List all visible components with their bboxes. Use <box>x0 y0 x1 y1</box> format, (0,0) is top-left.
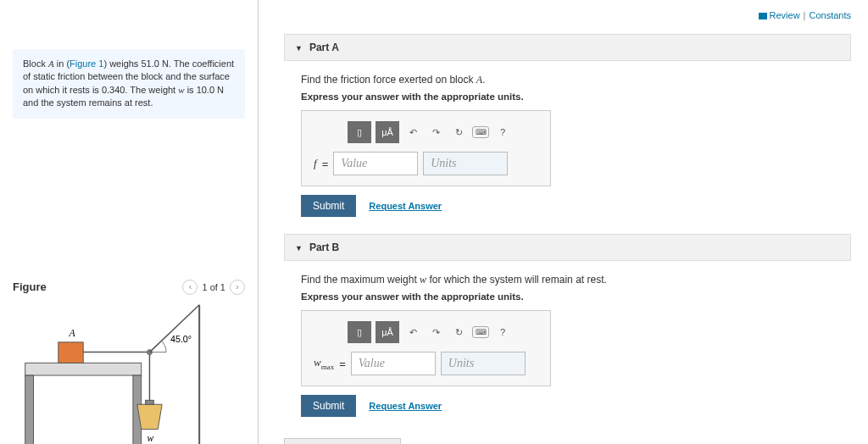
part-b-request-answer-link[interactable]: Request Answer <box>369 401 442 411</box>
part-b-header[interactable]: Part B <box>284 234 851 261</box>
prompt-text: in ( <box>54 58 70 69</box>
part-b-submit-button[interactable]: Submit <box>301 395 356 417</box>
figure-diagram: A 45.0° w <box>13 303 245 444</box>
undo-button[interactable]: ↶ <box>403 121 422 143</box>
keyboard-button[interactable]: ⌨ <box>472 326 489 338</box>
part-b-units-input[interactable]: Units <box>441 352 526 375</box>
part-b-variable: wmax <box>314 356 334 371</box>
redo-button[interactable]: ↷ <box>426 321 445 343</box>
top-links: Review|Constants <box>759 10 851 20</box>
reset-button[interactable]: ↻ <box>449 121 468 143</box>
svg-text:A: A <box>69 328 76 339</box>
figure-link[interactable]: Figure 1 <box>70 58 103 69</box>
redo-button[interactable]: ↷ <box>426 121 445 143</box>
svg-text:w: w <box>147 433 154 444</box>
review-icon <box>759 13 767 19</box>
help-button[interactable]: ? <box>493 121 512 143</box>
svg-rect-12 <box>146 400 154 404</box>
svg-rect-3 <box>58 341 83 362</box>
symbols-button[interactable]: μÅ <box>376 121 399 143</box>
svg-line-7 <box>149 304 199 352</box>
part-a-units-input[interactable]: Units <box>423 152 508 175</box>
symbols-button[interactable]: μÅ <box>376 321 399 343</box>
reset-button[interactable]: ↻ <box>449 321 468 343</box>
part-a-input-panel: ▯ μÅ ↶ ↷ ↻ ⌨ ? f = Value Units <box>301 110 551 186</box>
part-a-request-answer-link[interactable]: Request Answer <box>369 201 442 211</box>
keyboard-button[interactable]: ⌨ <box>472 126 489 138</box>
equals-sign: = <box>339 358 346 370</box>
part-a-question: Find the friction force exerted on block… <box>301 74 834 86</box>
prompt-text: Block <box>23 58 48 69</box>
return-to-assignment-button[interactable]: Return to Assignment <box>284 438 401 444</box>
block-A-label: A <box>48 58 54 69</box>
help-button[interactable]: ? <box>493 321 512 343</box>
part-a-header[interactable]: Part A <box>284 34 851 61</box>
pager-label: 1 of 1 <box>202 282 225 292</box>
equals-sign: = <box>322 158 329 170</box>
part-a-variable: f <box>314 157 317 170</box>
svg-rect-0 <box>25 363 142 375</box>
part-b-value-input[interactable]: Value <box>351 352 436 375</box>
next-figure-button[interactable]: › <box>230 280 245 295</box>
review-link[interactable]: Review <box>770 10 800 20</box>
templates-button[interactable]: ▯ <box>348 321 371 343</box>
part-a-toolbar: ▯ μÅ ↶ ↷ ↻ ⌨ ? <box>314 121 538 143</box>
part-a-value-input[interactable]: Value <box>333 152 418 175</box>
figure-title: Figure <box>13 280 47 293</box>
weight-w-label: w <box>178 85 184 95</box>
templates-button[interactable]: ▯ <box>348 121 371 143</box>
undo-button[interactable]: ↶ <box>403 321 422 343</box>
prev-figure-button[interactable]: ‹ <box>182 280 198 295</box>
part-a-title: Part A <box>309 42 339 53</box>
figure-pager: ‹ 1 of 1 › <box>182 280 245 295</box>
svg-rect-1 <box>25 375 34 444</box>
part-b-toolbar: ▯ μÅ ↶ ↷ ↻ ⌨ ? <box>314 321 538 343</box>
part-a-instruction: Express your answer with the appropriate… <box>301 92 834 102</box>
part-b-title: Part B <box>309 241 339 253</box>
part-b-input-panel: ▯ μÅ ↶ ↷ ↻ ⌨ ? wmax = Value Units <box>301 310 551 386</box>
svg-text:45.0°: 45.0° <box>170 333 192 343</box>
problem-prompt: Block A in (Figure 1) weighs 51.0 N. The… <box>13 49 245 119</box>
part-b-instruction: Express your answer with the appropriate… <box>301 291 834 302</box>
part-b-question: Find the maximum weight w for which the … <box>301 274 834 286</box>
constants-link[interactable]: Constants <box>809 10 851 20</box>
part-a-submit-button[interactable]: Submit <box>301 195 356 217</box>
